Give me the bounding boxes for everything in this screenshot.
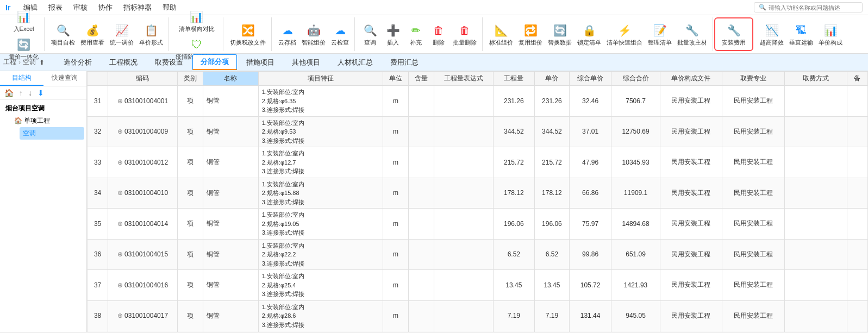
menu-collaborate[interactable]: 协作 xyxy=(93,1,118,15)
smart-price-btn[interactable]: 🤖 智能组价 xyxy=(299,21,328,47)
table-wrapper[interactable]: 编码 类别 名称 项目特征 单位 含量 工程量表达式 工程量 单价 综合单价 综… xyxy=(87,71,868,332)
cell-note xyxy=(847,178,867,209)
cell-name: 铜管 xyxy=(203,116,258,147)
edit-row: 🔍 查询 ➕ 插入 ✏ 补充 🗑 删除 🗑 批量删除 xyxy=(359,21,479,47)
cloud-check-btn[interactable]: ☁ 云检查 xyxy=(329,21,351,47)
compare-btn[interactable]: 📊 清单横向对比 xyxy=(177,7,217,34)
col-note: 备 xyxy=(847,72,867,86)
sidebar-add-btn[interactable]: 🏠 xyxy=(2,87,16,98)
tree-item-single[interactable]: 🏠 单项工程 xyxy=(11,115,84,127)
batch-main-icon: 🔧 xyxy=(684,22,701,39)
cell-code: ⊕ 031001004015 xyxy=(108,239,177,270)
breadcrumb-expand[interactable]: ⬆ xyxy=(39,59,45,66)
tab-measures[interactable]: 措施项目 xyxy=(238,55,283,70)
table-row[interactable]: 33 ⊕ 031001004012 项 铜管 1.安装部位:室内2.规格:φ12… xyxy=(88,147,868,178)
menu-indicator[interactable]: 指标神器 xyxy=(118,1,157,15)
delete-btn[interactable]: 🗑 删除 xyxy=(428,21,449,47)
cell-feature: 1.安装部位:室内2.规格:φ15.883.连接形式:焊接 xyxy=(258,178,383,209)
vertical-transport-btn[interactable]: 🏗 垂直运输 xyxy=(787,21,815,47)
cell-quantity: 231.26 xyxy=(493,86,534,117)
expand-icon[interactable]: ⊕ xyxy=(117,97,124,105)
tab-other[interactable]: 其他项目 xyxy=(284,55,328,70)
sidebar-tab-structure[interactable]: 目结构 xyxy=(0,71,43,86)
vertical-transport-label: 垂直运输 xyxy=(789,39,813,46)
cell-comp-total: 14894.68 xyxy=(611,209,660,240)
insert-btn[interactable]: ➕ 插入 xyxy=(382,21,404,47)
table-row[interactable]: 32 ⊕ 031001004009 项 铜管 1.安装部位:室内2.规格:φ9.… xyxy=(88,116,868,147)
menu-report[interactable]: 报表 xyxy=(43,1,68,15)
cell-unit-price: 178.12 xyxy=(535,178,570,209)
tab-fee-settings[interactable]: 取费设置 xyxy=(147,55,191,70)
organize-list-btn[interactable]: 📝 整理清单 xyxy=(646,21,674,47)
expand-icon[interactable]: ⊕ xyxy=(117,220,124,228)
tab-parts[interactable]: 分部分项 xyxy=(192,54,237,70)
sidebar-tab-search[interactable]: 快速查询 xyxy=(43,71,87,86)
batch-delete-btn[interactable]: 🗑 批量删除 xyxy=(451,21,479,47)
tab-cost-analysis[interactable]: 造价分析 xyxy=(55,55,100,70)
fee-view-btn[interactable]: 💰 费用查看 xyxy=(78,21,107,47)
unit-composition-icon: 📊 xyxy=(822,22,839,39)
menu-audit[interactable]: 审核 xyxy=(68,1,93,15)
cell-note xyxy=(847,209,867,240)
sidebar-up-btn[interactable]: ↑ xyxy=(17,87,25,98)
cell-name: 铜管 xyxy=(203,209,258,240)
tab-materials[interactable]: 人材机汇总 xyxy=(329,55,381,70)
reuse-price-btn[interactable]: 🔁 复用组价 xyxy=(516,21,545,47)
table-row[interactable]: 38 ⊕ 031001004017 项 铜管 1.安装部位:室内2.规格:φ28… xyxy=(88,300,868,331)
lock-list-btn[interactable]: 🔒 锁定清单 xyxy=(575,21,603,47)
project-group: 🔍 项目自检 💰 费用查看 📈 统一调价 📋 单价形式 xyxy=(46,17,169,51)
standard-price-btn[interactable]: 📐 标准组价 xyxy=(487,21,515,47)
cell-quantity: 344.52 xyxy=(493,116,534,147)
cell-quantity: 178.12 xyxy=(493,178,534,209)
tree-item-aircon[interactable]: 空调 xyxy=(20,127,84,140)
batch-main-btn[interactable]: 🔧 批量改主材 xyxy=(675,21,709,47)
top-search-bar[interactable]: 🔍 xyxy=(754,2,863,12)
expand-icon[interactable]: ⊕ xyxy=(117,250,124,258)
table-row[interactable]: 35 ⊕ 031001004014 项 铜管 1.安装部位:室内2.规格:φ19… xyxy=(88,209,868,240)
cell-type: 项 xyxy=(177,300,203,331)
expand-icon[interactable]: ⊕ xyxy=(117,281,124,289)
search-input[interactable] xyxy=(769,4,855,11)
sidebar-down-btn[interactable]: ↓ xyxy=(26,87,34,98)
query-btn[interactable]: 🔍 查询 xyxy=(359,21,381,47)
table-row[interactable]: 31 ⊕ 031001004001 项 铜管 1.安装部位:室内2.规格:φ6.… xyxy=(88,86,868,117)
cell-code: ⊕ 031001004012 xyxy=(108,147,177,178)
tab-project-overview[interactable]: 工程概况 xyxy=(101,55,146,70)
cell-code: ⊕ 031001004017 xyxy=(108,300,177,331)
install-group: 🔧 安装费用 xyxy=(714,17,753,51)
efficiency-group: 📉 超高降效 🏗 垂直运输 📊 单价构成 xyxy=(754,17,848,51)
import-excel-btn[interactable]: 📊 入Excel xyxy=(11,7,36,34)
cell-quantity: 6.52 xyxy=(493,239,534,270)
cell-note xyxy=(847,86,867,117)
cloud-check-label: 云检查 xyxy=(331,39,349,46)
content-area: 编码 类别 名称 项目特征 单位 含量 工程量表达式 工程量 单价 综合单价 综… xyxy=(87,71,868,332)
supplement-icon: ✏ xyxy=(407,22,424,39)
smart-price-icon: 🤖 xyxy=(305,22,322,39)
expand-icon[interactable]: ⊕ xyxy=(117,128,124,135)
unified-adjust-btn[interactable]: 📈 统一调价 xyxy=(108,21,136,47)
table-row[interactable]: 36 ⊕ 031001004015 项 铜管 1.安装部位:室内2.规格:φ22… xyxy=(88,239,868,270)
cell-comp-unit-price: 75.97 xyxy=(569,209,611,240)
tab-fee-summary[interactable]: 费用汇总 xyxy=(382,55,427,70)
replace-data-btn[interactable]: 🔄 替换数据 xyxy=(546,21,574,47)
col-fee-type: 取费专业 xyxy=(722,72,785,86)
unit-composition-btn[interactable]: 📊 单价构成 xyxy=(816,21,845,47)
cell-comp-total: 11909.1 xyxy=(611,178,660,209)
table-row[interactable]: 37 ⊕ 031001004016 项 铜管 1.安装部位:室内2.规格:φ25… xyxy=(88,270,868,301)
switch-tax-btn[interactable]: 🔀 切换税改文件 xyxy=(228,21,268,47)
expand-icon[interactable]: ⊕ xyxy=(117,189,124,197)
high-efficiency-btn[interactable]: 📉 超高降效 xyxy=(758,21,786,47)
cell-quantity: 95 xyxy=(493,331,534,332)
table-row[interactable]: 39 ⊕ 030404019001 项 控制开关 1.名称:线控器2.型号:HY… xyxy=(88,331,868,332)
quick-combine-btn[interactable]: ⚡ 清单快速组合 xyxy=(604,21,645,47)
expand-icon[interactable]: ⊕ xyxy=(117,159,124,166)
unit-price-form-btn[interactable]: 📋 单价形式 xyxy=(137,21,165,47)
supplement-btn[interactable]: ✏ 补充 xyxy=(405,21,427,47)
expand-icon[interactable]: ⊕ xyxy=(117,312,124,319)
cloud-save-btn[interactable]: ☁ 云存档 xyxy=(276,21,298,47)
table-row[interactable]: 34 ⊕ 031001004010 项 铜管 1.安装部位:室内2.规格:φ15… xyxy=(88,178,868,209)
sidebar-download-btn[interactable]: ⬇ xyxy=(35,87,46,98)
tree-item-root[interactable]: 烟台项目空调 xyxy=(2,102,84,115)
project-check-btn[interactable]: 🔍 项目自检 xyxy=(49,21,77,47)
install-fee-btn[interactable]: 🔧 安装费用 xyxy=(720,21,748,47)
